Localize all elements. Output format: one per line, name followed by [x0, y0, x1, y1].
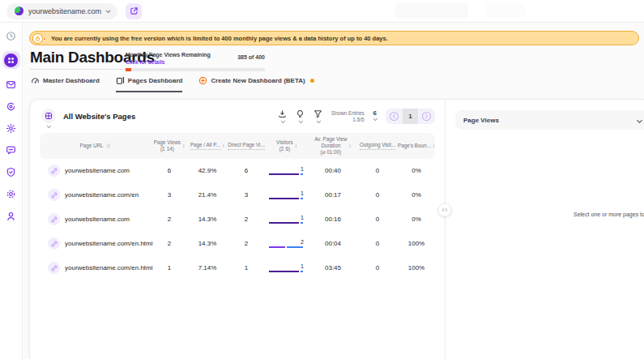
shield-check-icon[interactable]: [5, 165, 18, 178]
page-views-value: 3: [151, 191, 187, 199]
sidebar: [0, 23, 23, 359]
open-site-button[interactable]: [126, 3, 142, 19]
chevron-down-icon: [373, 117, 377, 121]
column-label: Duration: [314, 143, 347, 149]
site-favicon: [15, 6, 23, 15]
page-size-selector[interactable]: 6: [373, 109, 377, 121]
link-icon: [48, 237, 60, 250]
duration-value: 00:40: [309, 167, 357, 174]
duration-value: 00:04: [309, 240, 357, 247]
circle-plus-icon: [198, 76, 207, 85]
visitors-sparkline: 1: [269, 190, 305, 200]
sort-icon[interactable]: ↕: [295, 143, 297, 149]
outgoing-value: 0: [357, 240, 398, 247]
next-page-button[interactable]: [418, 109, 435, 124]
shown-entries-label: Shown Entries: [331, 110, 365, 117]
resize-arrows-icon: [441, 207, 449, 214]
duration-value: 03:45: [309, 264, 357, 271]
outgoing-value: 0: [357, 216, 398, 223]
pagination: 1: [386, 109, 435, 124]
placeholder-block: [486, 3, 525, 17]
sort-icon[interactable]: ↕: [433, 143, 435, 149]
table-row[interactable]: yourwebsitename.com 6 42.9% 6 1 00:40 0 …: [40, 159, 435, 183]
visitors-sparkline: 1: [269, 215, 305, 224]
column-page-url[interactable]: Page URL: [40, 143, 151, 149]
sort-icon[interactable]: ↕: [222, 143, 224, 149]
direct-views-value: 6: [228, 167, 265, 174]
table-row[interactable]: yourwebsitename.com 2 14.3% 2 1 00:16 0 …: [40, 207, 435, 232]
banner-text: You are currently using the free version…: [51, 35, 388, 42]
table-row[interactable]: yourwebsitename.com/en 3 21.4% 3 1 00:17…: [40, 183, 435, 207]
quota-widget: Monthly Page Views Remaining Click for d…: [126, 52, 265, 71]
column-duration[interactable]: Av. Page ViewDuration(⌀ 01:00) ↕: [309, 136, 357, 156]
pages-table: Page URL Page Views(Σ 14) ↕ Page / All P…: [30, 131, 445, 280]
tab-create-new-dashboard[interactable]: Create New Dashboard (BETA): [198, 76, 313, 91]
free-version-banner: You are currently using the free version…: [29, 31, 639, 45]
site-selector[interactable]: yourwebsitename.com: [6, 3, 117, 19]
sessions-icon[interactable]: [5, 100, 18, 113]
inbox-icon[interactable]: [5, 78, 18, 91]
filter-button[interactable]: [313, 109, 322, 123]
arrow-right-circle-icon: [421, 111, 432, 122]
tab-master-dashboard[interactable]: Master Dashboard: [31, 76, 100, 91]
sort-icon[interactable]: ↕: [182, 143, 185, 149]
insights-button[interactable]: [296, 109, 305, 123]
outgoing-value: 0: [357, 167, 398, 174]
metric-dropdown[interactable]: Page Views: [455, 110, 644, 130]
shown-entries-value: 1-5/5: [331, 117, 365, 123]
panel-resize-handle[interactable]: [438, 203, 452, 217]
column-label: Page / All P...: [190, 142, 220, 150]
column-label: Outgoing Visit...: [360, 142, 395, 150]
visitors-value: 2: [269, 239, 305, 246]
bounce-value: 0%: [398, 191, 435, 199]
link-icon: [48, 189, 60, 201]
chat-icon[interactable]: [5, 143, 18, 156]
visitors-value: 1: [269, 215, 305, 221]
column-bounce[interactable]: Page's Boun... ↕: [398, 143, 435, 149]
column-page-share[interactable]: Page / All P... ↕: [187, 142, 228, 150]
history-icon[interactable]: [5, 29, 18, 42]
page-url: yourwebsitename.com/en.html: [65, 240, 153, 247]
sidebar-item-dashboards[interactable]: [2, 51, 20, 69]
dashboard-card: All Website's Pages Sho: [29, 99, 644, 359]
quota-details-link[interactable]: Click for details: [126, 59, 211, 65]
sort-icon[interactable]: ↕: [349, 143, 352, 149]
chevron-down-icon: [106, 8, 111, 13]
export-button[interactable]: [278, 109, 287, 123]
current-page[interactable]: 1: [403, 109, 418, 124]
direct-views-value: 3: [228, 191, 265, 199]
chevron-down-icon: [281, 119, 285, 123]
bounce-value: 100%: [398, 264, 435, 271]
tab-label: Create New Dashboard (BETA): [211, 77, 305, 84]
page-views-panel: Page Views Select one or more pages to v: [445, 100, 644, 359]
main-content: You are currently using the free version…: [23, 23, 644, 359]
page-share-value: 14.3%: [187, 216, 228, 223]
chevron-down-icon: [317, 119, 321, 123]
previous-page-button[interactable]: [386, 109, 403, 124]
table-type-selector[interactable]: [41, 109, 56, 128]
direct-views-value: 1: [228, 264, 265, 271]
settings-gear-icon[interactable]: [5, 187, 18, 200]
dashboard-tabs: Master Dashboard Pages Dashboard Create …: [31, 76, 314, 92]
link-icon: [48, 165, 60, 177]
column-label: Visitors: [276, 139, 293, 146]
tab-pages-dashboard[interactable]: Pages Dashboard: [116, 76, 183, 92]
quota-value: 385 of 400: [237, 52, 265, 60]
profile-icon[interactable]: [5, 209, 18, 222]
table-toolbar: Shown Entries 1-5/5 6 1: [278, 109, 435, 124]
column-label: Page URL: [79, 143, 103, 149]
download-icon: [278, 109, 287, 118]
lightbulb-icon: [296, 109, 305, 118]
table-row[interactable]: yourwebsitename.com/en.html 1 7.14% 1 1 …: [40, 256, 435, 280]
column-outgoing[interactable]: Outgoing Visit...: [357, 142, 398, 150]
lock-icon: [32, 33, 43, 44]
column-direct-views[interactable]: Direct Page Vi...: [228, 142, 265, 150]
columns-icon: [105, 143, 112, 149]
quota-progress-fill: [126, 68, 131, 71]
column-visitors[interactable]: Visitors(Σ 6) ↕: [265, 139, 309, 152]
page-views-value: 2: [151, 216, 187, 223]
table-row[interactable]: yourwebsitename.com/en.html 2 14.3% 2 2 …: [40, 232, 435, 256]
column-page-views[interactable]: Page Views(Σ 14) ↕: [151, 139, 187, 152]
page-views-value: 2: [151, 240, 187, 247]
events-icon[interactable]: [5, 122, 18, 135]
